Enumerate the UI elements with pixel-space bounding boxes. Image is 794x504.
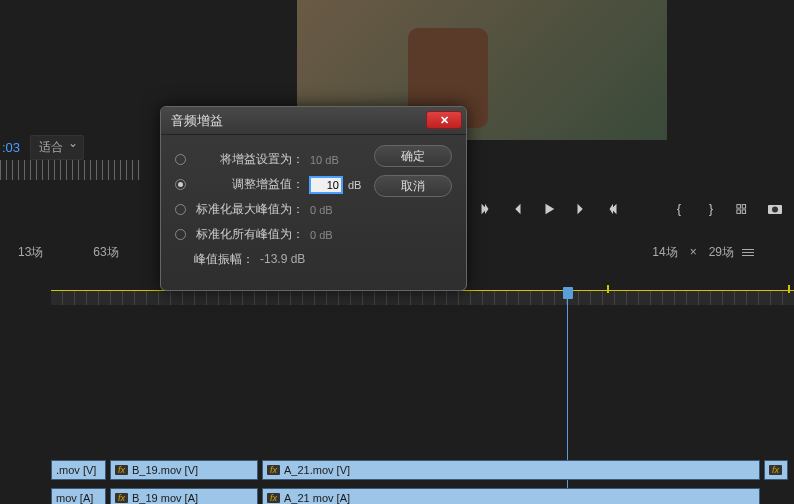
peak-amplitude-label: 峰值振幅： [194,251,254,268]
audio-track-row[interactable]: mov [A] fxB_19 mov [A] fxA_21 mov [A] [51,488,794,504]
sequence-tab-2[interactable]: 63场 [83,240,128,265]
normalize-max-label: 标准化最大峰值为： [194,201,304,218]
svg-point-5 [772,207,778,213]
svg-rect-2 [737,210,741,214]
clip-video[interactable]: fxB_19.mov [V] [110,460,258,480]
clip-video[interactable]: fx [764,460,788,480]
radio-normalize-all[interactable] [175,229,186,240]
tab-close-icon[interactable]: × [686,245,701,259]
sequence-tab-3[interactable]: 14场 [652,244,677,261]
clip-audio[interactable]: mov [A] [51,488,106,504]
mark-out-button[interactable] [604,200,622,218]
sequence-tab-4[interactable]: 29场 [709,244,734,261]
svg-rect-3 [742,210,746,214]
svg-rect-0 [737,205,741,209]
cancel-button[interactable]: 取消 [374,175,452,197]
timeline-ruler[interactable] [51,291,794,305]
sequence-tab-1[interactable]: 13场 [8,240,53,265]
marker[interactable] [607,285,609,293]
camera-icon[interactable] [766,200,784,218]
dialog-title-text: 音频增益 [171,112,223,130]
grid-icon[interactable] [734,200,752,218]
normalize-max-value: 0 dB [310,204,352,216]
normalize-all-label: 标准化所有峰值为： [194,226,304,243]
video-track-row[interactable]: .mov [V] fxB_19.mov [V] fxA_21.mov [V] f… [51,460,794,480]
preview-ruler [0,160,140,180]
clip-video[interactable]: .mov [V] [51,460,106,480]
zoom-fit-dropdown[interactable]: 适合 [30,135,84,160]
peak-amplitude-value: -13.9 dB [260,252,305,266]
step-back-button[interactable] [508,200,526,218]
radio-set-gain[interactable] [175,154,186,165]
panel-menu-icon[interactable] [742,249,754,256]
normalize-all-value: 0 dB [310,229,352,241]
set-gain-value: 10 dB [310,154,352,166]
clip-video[interactable]: fxA_21.mov [V] [262,460,760,480]
bracket-out-icon[interactable]: } [702,200,720,218]
ok-button[interactable]: 确定 [374,145,452,167]
unit-db: dB [348,179,361,191]
mark-in-button[interactable] [476,200,494,218]
svg-rect-1 [742,205,746,209]
play-button[interactable] [540,200,558,218]
set-gain-label: 将增益设置为： [194,151,304,168]
step-forward-button[interactable] [572,200,590,218]
radio-adjust-gain[interactable] [175,179,186,190]
playhead-handle[interactable] [563,287,573,299]
clip-audio[interactable]: fxB_19 mov [A] [110,488,258,504]
bracket-in-icon[interactable]: { [670,200,688,218]
timecode[interactable]: :03 [0,140,20,155]
audio-gain-dialog: 音频增益 ✕ 将增益设置为： 10 dB 调整增益值： dB 标准化最大峰值为：… [160,106,467,291]
transport-controls: { } [476,200,784,218]
adjust-gain-input[interactable] [310,177,342,193]
adjust-gain-label: 调整增益值： [194,176,304,193]
radio-normalize-max[interactable] [175,204,186,215]
marker[interactable] [788,285,790,293]
dialog-close-button[interactable]: ✕ [426,111,462,129]
clip-audio[interactable]: fxA_21 mov [A] [262,488,760,504]
dialog-titlebar[interactable]: 音频增益 ✕ [161,107,466,135]
